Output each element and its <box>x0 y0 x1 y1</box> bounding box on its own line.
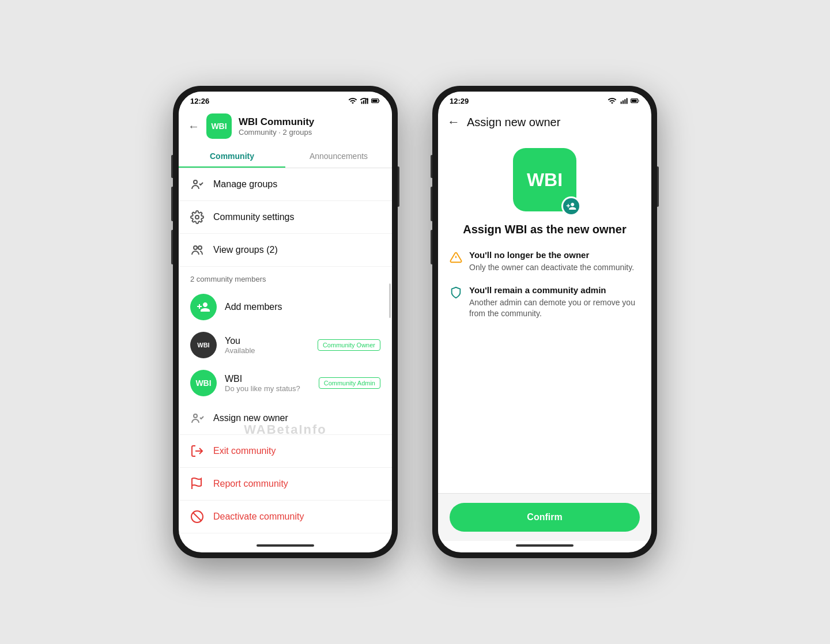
member-you-status: Available <box>225 346 310 355</box>
report-community-label: Report community <box>213 479 288 489</box>
assign-owner-badge-icon <box>566 201 576 211</box>
svg-point-8 <box>194 246 197 249</box>
svg-point-7 <box>195 215 199 219</box>
add-member-circle-icon <box>190 294 217 320</box>
volume-down-button-right <box>431 230 432 264</box>
svg-rect-5 <box>372 100 378 102</box>
manage-groups-label: Manage groups <box>213 179 277 190</box>
member-wbi-name: WBI <box>225 374 311 384</box>
back-button-right[interactable]: ← <box>447 115 460 130</box>
community-name: WBI Community <box>239 116 383 128</box>
owner-badge-inner <box>563 198 579 214</box>
deactivate-icon <box>190 510 204 524</box>
member-you-name: You <box>225 336 310 346</box>
confirm-button[interactable]: Confirm <box>450 503 640 532</box>
info-block-1: You'll no longer be the owner Only the o… <box>450 250 640 274</box>
community-subtitle: Community · 2 groups <box>239 128 383 137</box>
exit-icon <box>190 444 204 458</box>
report-community-item[interactable]: Report community <box>179 468 392 501</box>
left-header: ← WBI WBI Community Community · 2 groups <box>179 108 392 145</box>
assign-owner-icon <box>190 411 204 425</box>
member-you-avatar: WBI <box>190 332 217 358</box>
right-phone: 12:29 ← Assign new owner WBI <box>432 86 657 558</box>
battery-icon-right <box>631 96 640 105</box>
confirm-area: Confirm <box>438 493 651 541</box>
member-wbi-avatar: WBI <box>190 370 217 396</box>
svg-rect-15 <box>621 101 622 104</box>
header-text: WBI Community Community · 2 groups <box>239 116 383 137</box>
assign-owner-label: Assign new owner <box>213 413 288 423</box>
assign-owner-item[interactable]: Assign new owner <box>179 402 392 435</box>
scroll-indicator <box>389 283 391 318</box>
svg-rect-3 <box>367 98 368 104</box>
exit-community-item[interactable]: Exit community <box>179 435 392 468</box>
info-desc-1: Only the owner can deactivate the commun… <box>469 262 634 274</box>
tab-announcements[interactable]: Announcements <box>285 145 392 168</box>
assign-content: WBI Assign WBI as the new owner <box>438 137 651 493</box>
svg-rect-18 <box>627 98 628 104</box>
owner-badge-icon <box>561 196 581 216</box>
svg-line-14 <box>193 513 201 521</box>
members-section-header: 2 community members <box>179 267 392 288</box>
time-display-right: 12:29 <box>450 97 469 105</box>
svg-rect-17 <box>624 99 625 104</box>
home-bar <box>179 541 392 552</box>
home-bar-right <box>438 541 651 552</box>
volume-down-button <box>171 230 173 264</box>
battery-icon <box>371 96 380 105</box>
warning-icon <box>450 251 462 264</box>
member-you-item[interactable]: WBI You Available Community Owner <box>179 326 392 364</box>
svg-rect-2 <box>365 99 366 104</box>
report-icon <box>190 477 204 491</box>
home-bar-line-right <box>516 544 574 547</box>
info-bold-1: You'll no longer be the owner <box>469 250 634 260</box>
time-display: 12:26 <box>190 97 209 105</box>
tab-community[interactable]: Community <box>179 145 285 168</box>
info-bold-2: You'll remain a community admin <box>469 285 640 295</box>
exit-community-label: Exit community <box>213 446 276 456</box>
member-you-info: You Available <box>225 336 310 355</box>
manage-groups-icon <box>190 177 204 191</box>
mute-button-right <box>431 155 432 178</box>
info-desc-2: Another admin can demote you or remove y… <box>469 297 640 320</box>
mute-button <box>171 155 173 178</box>
member-wbi-badge: Community Admin <box>319 377 380 389</box>
tab-bar: Community Announcements <box>179 145 392 168</box>
power-button-right <box>657 166 659 207</box>
status-bar: 12:26 <box>179 92 392 108</box>
view-groups-icon <box>190 243 204 257</box>
right-header: ← Assign new owner <box>438 108 651 137</box>
info-text-2: You'll remain a community admin Another … <box>469 285 640 320</box>
left-phone: 12:26 ← WBI WBI Community Community · 2 … <box>173 86 398 558</box>
view-groups-label: View groups (2) <box>213 245 278 255</box>
status-icons-right <box>608 96 640 105</box>
signal-icon-right <box>619 96 628 105</box>
community-settings-label: Community settings <box>213 212 295 222</box>
svg-point-9 <box>198 246 202 249</box>
back-button[interactable]: ← <box>188 120 199 133</box>
svg-rect-16 <box>622 100 624 104</box>
assign-title: Assign WBI as the new owner <box>450 223 640 236</box>
member-wbi-item[interactable]: WBI WBI Do you like my status? Community… <box>179 364 392 402</box>
deactivate-community-label: Deactivate community <box>213 512 304 522</box>
status-bar-right: 12:29 <box>438 92 651 108</box>
svg-point-10 <box>194 414 197 418</box>
svg-rect-20 <box>632 100 637 102</box>
svg-point-6 <box>194 180 197 184</box>
svg-rect-0 <box>361 101 363 104</box>
member-you-badge: Community Owner <box>318 339 380 351</box>
volume-up-button-right <box>431 187 432 221</box>
view-groups-item[interactable]: View groups (2) <box>179 234 392 267</box>
signal-icon <box>360 96 369 105</box>
deactivate-community-item[interactable]: Deactivate community <box>179 501 392 533</box>
assign-avatar: WBI <box>513 148 576 211</box>
manage-groups-item[interactable]: Manage groups <box>179 168 392 201</box>
add-members-item[interactable]: Add members <box>179 288 392 326</box>
community-avatar: WBI <box>206 113 232 139</box>
home-bar-line <box>256 544 314 547</box>
member-wbi-info: WBI Do you like my status? <box>225 374 311 393</box>
wifi-icon-right <box>608 96 617 105</box>
member-wbi-status: Do you like my status? <box>225 384 311 393</box>
community-settings-item[interactable]: Community settings <box>179 201 392 234</box>
assign-header-title: Assign new owner <box>467 116 560 129</box>
